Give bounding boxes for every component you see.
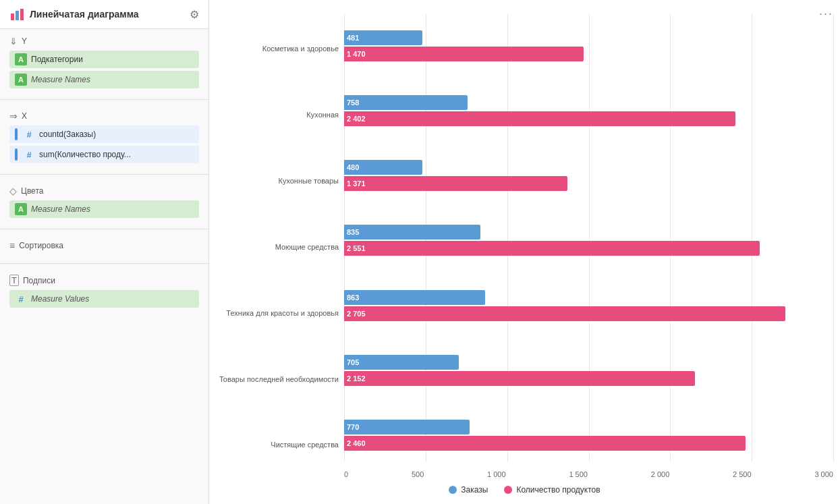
bar-row-pink: 2 460 [344, 436, 833, 451]
colors-label: ◇ Цвета [9, 186, 199, 196]
legend-label: Количество продуктов [516, 485, 600, 495]
x-field-countd-label: countd(Заказы) [39, 130, 96, 139]
bar-row-pink: 2 551 [344, 241, 833, 256]
x-label: ⇒ X [9, 111, 199, 121]
bar-group: 4811 470 [344, 28, 833, 64]
bar-row-blue: 480 [344, 160, 833, 175]
y-axis-label: Кухонная [216, 105, 339, 125]
labels-label: T Подписи [9, 275, 199, 286]
x-section: ⇒ X # countd(Заказы) # sum(Количество пр… [0, 104, 208, 170]
bar-fill-pink: 2 551 [344, 241, 760, 256]
divider-3 [0, 229, 208, 229]
svg-rect-1 [16, 11, 19, 20]
x-axis-tick: 2 500 [733, 470, 752, 478]
x-axis-tick: 0 [344, 470, 348, 478]
bar-fill-blue: 863 [344, 290, 485, 305]
bar-fill-blue: 770 [344, 420, 470, 435]
bar-fill-blue: 481 [344, 30, 422, 45]
sort-section: ≡ Сортировка [0, 233, 208, 259]
bar-row-pink: 2 402 [344, 111, 833, 126]
color-field-measure-names[interactable]: A Measure Names [9, 200, 199, 218]
y-field-measure-names-type-icon: A [15, 74, 27, 86]
x-axis-tick: 2 000 [651, 470, 670, 478]
y-field-subcategories-label: Подкатегории [31, 55, 83, 64]
x-field-sum-hash-icon: # [23, 148, 35, 161]
svg-rect-2 [20, 9, 24, 20]
sort-icon: ≡ [9, 240, 15, 251]
bar-row-blue: 770 [344, 420, 833, 435]
y-axis-labels: Косметика и здоровьеКухоннаяКухонные тов… [216, 13, 344, 478]
y-field-measure-names-label: Measure Names [31, 75, 90, 84]
bar-row-blue: 705 [344, 355, 833, 370]
divider-4 [0, 263, 208, 264]
y-axis-label: Моющие средства [216, 237, 339, 257]
bar-group: 7582 402 [344, 92, 833, 129]
divider-2 [0, 174, 208, 175]
divider-1 [0, 99, 208, 100]
settings-icon[interactable]: ⚙ [190, 8, 199, 21]
labels-icon: T [9, 275, 19, 286]
y-field-subcategories[interactable]: A Подкатегории [9, 51, 199, 68]
bar-group: 4801 371 [344, 157, 833, 194]
colors-section: ◇ Цвета A Measure Names [0, 179, 208, 225]
x-axis-tick: 3 000 [814, 470, 833, 478]
bars-and-grid: 4811 4707582 4024801 3718352 5518632 705… [344, 13, 833, 478]
color-field-measure-names-type-icon: A [15, 203, 27, 215]
bar-fill-blue: 480 [344, 160, 422, 175]
bar-fill-pink: 1 371 [344, 176, 567, 191]
x-axis-tick: 1 000 [487, 470, 506, 478]
bar-group: 8632 705 [344, 287, 833, 324]
bar-row-pink: 1 371 [344, 176, 833, 191]
x-field-sum-label: sum(Количество проду... [39, 150, 131, 159]
bar-group: 8352 551 [344, 222, 833, 258]
x-arrow-icon: ⇒ [9, 111, 18, 121]
bar-group: 7702 460 [344, 417, 833, 453]
bar-row-pink: 2 705 [344, 306, 833, 321]
chart-area: ··· Косметика и здоровьеКухоннаяКухонные… [209, 0, 840, 504]
bar-row-blue: 835 [344, 225, 833, 240]
sidebar-title: Линейчатая диаграмма [30, 9, 190, 20]
bar-row-pink: 1 470 [344, 47, 833, 61]
color-field-measure-names-label: Measure Names [31, 204, 90, 214]
x-field-countd-bar-icon [15, 128, 18, 140]
bar-fill-pink: 1 470 [344, 47, 584, 61]
label-field-measure-values-hash-icon: # [15, 293, 27, 305]
x-axis-tick: 1 500 [569, 470, 588, 478]
x-field-sum[interactable]: # sum(Количество проду... [9, 146, 199, 163]
bar-fill-pink: 2 152 [344, 371, 695, 386]
legend-item: Количество продуктов [504, 485, 600, 495]
bar-row-blue: 863 [344, 290, 833, 305]
legend-dot-icon [504, 486, 512, 494]
chart-icon [9, 7, 24, 22]
label-field-measure-values[interactable]: # Measure Values [9, 290, 199, 308]
y-axis-label: Чистящие средства [216, 435, 339, 455]
x-axis: 05001 0001 5002 0002 5003 000 [344, 468, 833, 478]
sort-label: ≡ Сортировка [9, 240, 199, 251]
y-arrow-icon: ⇓ [9, 36, 18, 47]
y-axis-label: Кухонные товары [216, 171, 339, 191]
bar-fill-blue: 758 [344, 95, 468, 110]
bar-row-pink: 2 152 [344, 371, 833, 386]
label-field-measure-values-label: Measure Values [31, 294, 89, 304]
bar-row-blue: 481 [344, 30, 833, 45]
labels-section: T Подписи # Measure Values [0, 268, 208, 314]
bar-row-blue: 758 [344, 95, 833, 110]
bar-fill-pink: 2 705 [344, 306, 785, 321]
y-axis-label: Косметика и здоровье [216, 39, 339, 59]
x-axis-tick: 500 [412, 470, 424, 478]
y-section: ⇓ Y A Подкатегории A Measure Names [0, 29, 208, 95]
sidebar-header: Линейчатая диаграмма ⚙ [0, 0, 208, 29]
legend-dot-icon [449, 486, 457, 494]
x-field-countd[interactable]: # countd(Заказы) [9, 125, 199, 143]
grid-line [833, 13, 834, 462]
bars-container: 4811 4707582 4024801 3718352 5518632 705… [344, 13, 833, 468]
colors-icon: ◇ [9, 186, 17, 196]
bar-fill-pink: 2 460 [344, 436, 746, 451]
legend-item: Заказы [449, 485, 488, 495]
y-label: ⇓ Y [9, 36, 199, 47]
y-field-measure-names[interactable]: A Measure Names [9, 71, 199, 88]
legend-label: Заказы [461, 485, 488, 495]
chart-legend: ЗаказыКоличество продуктов [216, 478, 833, 497]
bar-fill-blue: 835 [344, 225, 480, 240]
bar-group: 7052 152 [344, 352, 833, 389]
